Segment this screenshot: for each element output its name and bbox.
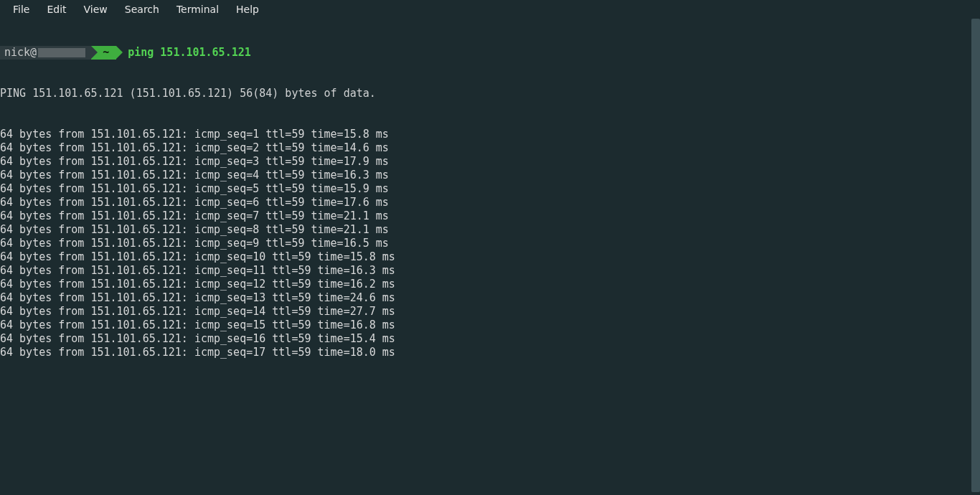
menu-view[interactable]: View [77, 2, 115, 16]
menu-search[interactable]: Search [118, 2, 166, 16]
ping-reply-line: 64 bytes from 151.101.65.121: icmp_seq=5… [0, 182, 970, 196]
ping-reply-line: 64 bytes from 151.101.65.121: icmp_seq=1… [0, 264, 970, 278]
terminal-content[interactable]: nick@~ping 151.101.65.121 PING 151.101.6… [0, 19, 970, 387]
ping-reply-line: 64 bytes from 151.101.65.121: icmp_seq=6… [0, 196, 970, 209]
prompt-command: ping 151.101.65.121 [116, 46, 251, 60]
ping-reply-line: 64 bytes from 151.101.65.121: icmp_seq=2… [0, 141, 970, 155]
ping-header-line: PING 151.101.65.121 (151.101.65.121) 56(… [0, 87, 970, 100]
ping-reply-line: 64 bytes from 151.101.65.121: icmp_seq=1… [0, 128, 970, 141]
scrollbar-track[interactable] [971, 19, 980, 492]
ping-reply-line: 64 bytes from 151.101.65.121: icmp_seq=8… [0, 223, 970, 237]
hostname-redacted [38, 48, 85, 57]
ping-reply-line: 64 bytes from 151.101.65.121: icmp_seq=1… [0, 332, 970, 346]
prompt-user-host: nick@ [0, 46, 91, 60]
menubar: FileEditViewSearchTerminalHelp [0, 0, 980, 19]
ping-reply-line: 64 bytes from 151.101.65.121: icmp_seq=1… [0, 346, 970, 359]
menu-edit[interactable]: Edit [39, 2, 73, 16]
ping-reply-line: 64 bytes from 151.101.65.121: icmp_seq=1… [0, 278, 970, 291]
ping-reply-line: 64 bytes from 151.101.65.121: icmp_seq=1… [0, 319, 970, 332]
ping-reply-line: 64 bytes from 151.101.65.121: icmp_seq=1… [0, 305, 970, 319]
ping-reply-line: 64 bytes from 151.101.65.121: icmp_seq=1… [0, 250, 970, 264]
menu-file[interactable]: File [6, 2, 37, 16]
ping-reply-line: 64 bytes from 151.101.65.121: icmp_seq=1… [0, 291, 970, 305]
ping-reply-line: 64 bytes from 151.101.65.121: icmp_seq=4… [0, 169, 970, 182]
ping-reply-line: 64 bytes from 151.101.65.121: icmp_seq=3… [0, 155, 970, 169]
ping-replies: 64 bytes from 151.101.65.121: icmp_seq=1… [0, 128, 970, 359]
menu-help[interactable]: Help [229, 2, 266, 16]
ping-reply-line: 64 bytes from 151.101.65.121: icmp_seq=7… [0, 209, 970, 223]
terminal-area[interactable]: nick@~ping 151.101.65.121 PING 151.101.6… [0, 19, 980, 495]
menu-terminal[interactable]: Terminal [169, 2, 226, 16]
prompt-line: nick@~ping 151.101.65.121 [0, 46, 970, 60]
prompt-user: nick@ [4, 46, 37, 60]
ping-reply-line: 64 bytes from 151.101.65.121: icmp_seq=9… [0, 237, 970, 250]
scrollbar-thumb[interactable] [971, 19, 980, 492]
